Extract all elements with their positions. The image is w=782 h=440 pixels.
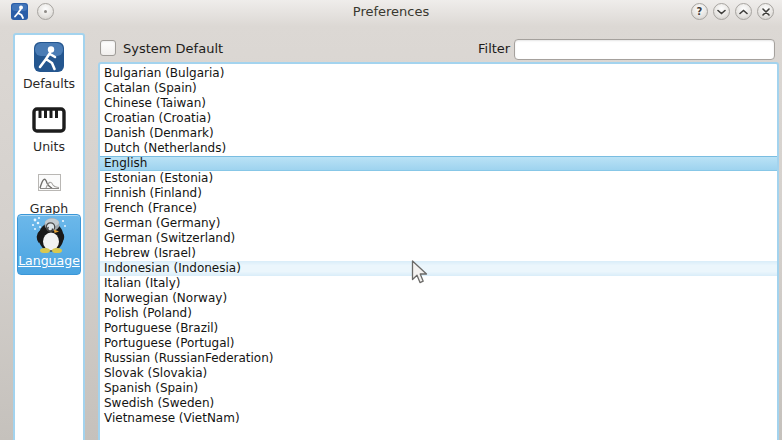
system-default-checkbox[interactable] [100,40,116,56]
list-item[interactable]: German (Germany) [100,216,777,231]
list-item[interactable]: Portuguese (Portugal) [100,336,777,351]
shade-button[interactable] [713,3,730,20]
list-item[interactable]: Dutch (Netherlands) [100,141,777,156]
list-item[interactable]: Bulgarian (Bulgaria) [100,66,777,81]
list-item[interactable]: Catalan (Spain) [100,81,777,96]
sidebar-item-label: Language [18,253,80,268]
sidebar-item-units[interactable]: Units [17,101,81,161]
filter-label: Filter [478,41,510,56]
list-item[interactable]: Croatian (Croatia) [100,111,777,126]
list-item[interactable]: Finnish (Finland) [100,186,777,201]
sidebar-item-language[interactable]: Language [17,214,81,275]
language-list[interactable]: Bulgarian (Bulgaria)Catalan (Spain)Chine… [98,62,779,440]
list-item[interactable]: Russian (RussianFederation) [100,351,777,366]
list-item[interactable]: Slovak (Slovakia) [100,366,777,381]
graph-icon [38,174,61,191]
list-item[interactable]: Italian (Italy) [100,276,777,291]
list-item[interactable]: Portuguese (Brazil) [100,321,777,336]
list-item[interactable]: German (Switzerland) [100,231,777,246]
list-item[interactable]: Indonesian (Indonesia) [100,261,777,276]
unshade-button[interactable] [735,3,752,20]
list-item[interactable]: Chinese (Taiwan) [100,96,777,111]
sidebar-item-defaults[interactable]: Defaults [17,38,81,98]
help-icon: ? [697,6,703,17]
list-item[interactable]: Estonian (Estonia) [100,171,777,186]
chevron-down-icon [717,9,726,15]
chevron-up-icon [739,9,748,15]
sidebar-item-label: Units [17,139,81,154]
ruler-icon [32,107,66,133]
window-title: Preferences [0,4,782,19]
filter-input[interactable] [514,39,775,60]
close-icon [762,8,770,16]
system-default-label: System Default [123,41,223,56]
sidebar-item-label: Defaults [17,76,81,91]
list-item[interactable]: Vietnamese (VietNam) [100,411,777,426]
preferences-sidebar: Defaults Units Graph [13,33,85,440]
list-item[interactable]: Norwegian (Norway) [100,291,777,306]
list-item[interactable]: Polish (Poland) [100,306,777,321]
list-item[interactable]: French (France) [100,201,777,216]
list-item[interactable]: Swedish (Sweden) [100,396,777,411]
list-item[interactable]: Hebrew (Israel) [100,246,777,261]
close-button[interactable] [757,3,774,20]
titlebar: Preferences ? [0,0,782,24]
tux-penguin-icon [27,214,71,254]
list-item[interactable]: English [100,156,777,171]
help-button[interactable]: ? [691,3,708,20]
list-item[interactable]: Danish (Denmark) [100,126,777,141]
hiker-icon [33,41,65,73]
list-item[interactable]: Spanish (Spain) [100,381,777,396]
